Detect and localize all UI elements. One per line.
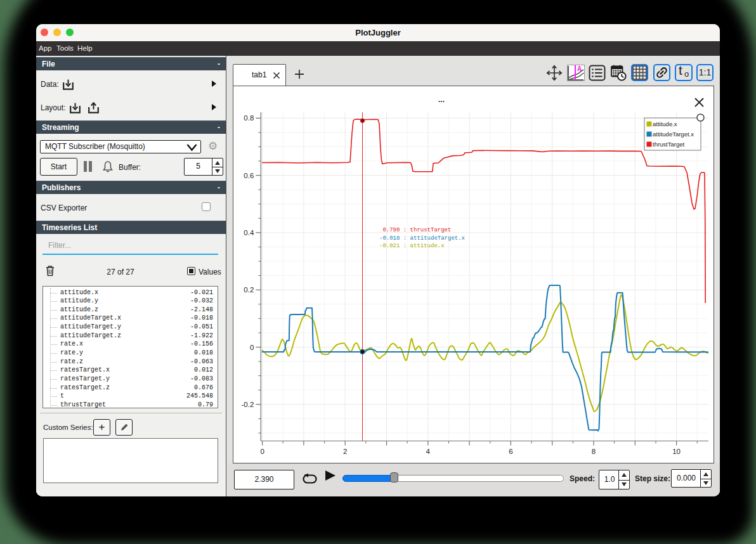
svg-text:-0.2: -0.2 (241, 400, 254, 408)
svg-text:0.2: 0.2 (244, 286, 254, 294)
svg-text:2: 2 (342, 447, 346, 455)
svg-text:...: ... (438, 95, 445, 104)
svg-text:0.8: 0.8 (244, 114, 254, 122)
svg-text:0.4: 0.4 (244, 228, 254, 236)
svg-text:attitude.x: attitude.x (653, 120, 677, 127)
svg-text:0.790 : thrustTarget: 0.790 : thrustTarget (379, 227, 451, 233)
svg-text:attitudeTarget.x: attitudeTarget.x (653, 131, 694, 138)
svg-text:8: 8 (591, 447, 595, 455)
svg-text:-0.018 : attitudeTarget.x: -0.018 : attitudeTarget.x (379, 235, 465, 241)
svg-text:thrustTarget: thrustTarget (653, 141, 685, 148)
svg-text:6: 6 (509, 447, 512, 455)
svg-text:4: 4 (426, 447, 430, 455)
svg-text:0.6: 0.6 (244, 171, 254, 179)
svg-text:0: 0 (249, 343, 253, 351)
svg-text:A: A (577, 65, 582, 72)
svg-text:0: 0 (260, 447, 264, 455)
svg-text:10: 10 (672, 447, 681, 455)
svg-text:-0.021 : attitude.x: -0.021 : attitude.x (379, 243, 445, 249)
